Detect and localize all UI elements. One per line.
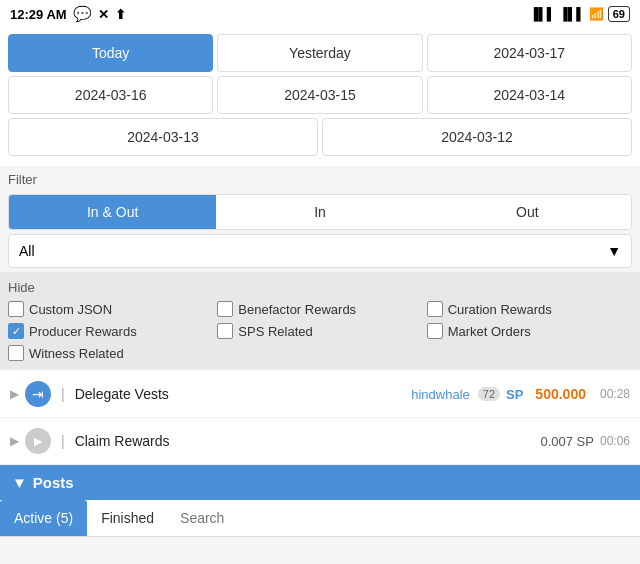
cb-market-orders[interactable]: [427, 323, 443, 339]
delegate-tx-badge: 72: [478, 387, 500, 401]
hide-section: Hide Custom JSON Benefactor Rewards Cura…: [0, 272, 640, 369]
date-0315-btn[interactable]: 2024-03-15: [217, 76, 422, 114]
date-row-2: 2024-03-16 2024-03-15 2024-03-14: [8, 76, 632, 114]
battery-indicator: 69: [608, 6, 630, 22]
posts-tab-finished[interactable]: Finished: [87, 500, 168, 536]
claim-tx-sp: 0.007 SP: [540, 434, 594, 449]
filter-tab-out[interactable]: Out: [424, 195, 631, 229]
delegate-tx-user[interactable]: hindwhale: [411, 387, 470, 402]
filter-tab-in[interactable]: In: [216, 195, 423, 229]
posts-section-header[interactable]: ▼ Posts: [0, 465, 640, 500]
status-time: 12:29 AM: [10, 7, 67, 22]
filter-tabs: In & Out In Out: [8, 194, 632, 230]
date-today-btn[interactable]: Today: [8, 34, 213, 72]
expand-delegate-icon[interactable]: ▶: [10, 387, 19, 401]
date-grid: Today Yesterday 2024-03-17 2024-03-16 20…: [0, 28, 640, 166]
status-icons: ▐▌▌ ▐▌▌ 📶 69: [530, 6, 630, 22]
claim-tx-icon: ▶: [25, 428, 51, 454]
hide-witness-related[interactable]: Witness Related: [8, 345, 213, 361]
cb-producer-rewards-label: Producer Rewards: [29, 324, 137, 339]
cb-benefactor-rewards[interactable]: [217, 301, 233, 317]
posts-search-input[interactable]: [168, 500, 640, 536]
status-time-group: 12:29 AM 💬 ✕ ⬆: [10, 5, 126, 23]
delegate-tx-icon: ⇥: [25, 381, 51, 407]
hide-sps-related[interactable]: SPS Related: [217, 323, 422, 339]
filter-tab-inout[interactable]: In & Out: [9, 195, 216, 229]
date-0316-btn[interactable]: 2024-03-16: [8, 76, 213, 114]
hide-market-orders[interactable]: Market Orders: [427, 323, 632, 339]
cb-curation-rewards[interactable]: [427, 301, 443, 317]
cb-sps-related-label: SPS Related: [238, 324, 312, 339]
date-0314-btn[interactable]: 2024-03-14: [427, 76, 632, 114]
date-0313-btn[interactable]: 2024-03-13: [8, 118, 318, 156]
messenger-icon: 💬: [73, 5, 92, 23]
cb-producer-rewards[interactable]: ✓: [8, 323, 24, 339]
transaction-list: ▶ ⇥ | Delegate Vests hindwhale 72 SP 500…: [0, 371, 640, 465]
delegate-tx-time: 00:28: [600, 387, 630, 401]
cb-sps-related[interactable]: [217, 323, 233, 339]
delegate-divider: |: [61, 386, 65, 402]
hide-producer-rewards[interactable]: ✓ Producer Rewards: [8, 323, 213, 339]
cb-market-orders-label: Market Orders: [448, 324, 531, 339]
hide-custom-json[interactable]: Custom JSON: [8, 301, 213, 317]
status-bar: 12:29 AM 💬 ✕ ⬆ ▐▌▌ ▐▌▌ 📶 69: [0, 0, 640, 28]
delegate-tx-tag: SP: [506, 387, 523, 402]
hide-curation-rewards[interactable]: Curation Rewards: [427, 301, 632, 317]
all-dropdown-value: All: [19, 243, 35, 259]
cb-witness-related-label: Witness Related: [29, 346, 124, 361]
hide-label: Hide: [8, 280, 632, 295]
signal2-icon: ▐▌▌: [559, 7, 585, 21]
tx-delegate-vests: ▶ ⇥ | Delegate Vests hindwhale 72 SP 500…: [0, 371, 640, 418]
delegate-tx-amount: 500.000: [535, 386, 586, 402]
signal-icon: ▐▌▌: [530, 7, 556, 21]
date-0317-btn[interactable]: 2024-03-17: [427, 34, 632, 72]
all-dropdown[interactable]: All ▼: [8, 234, 632, 268]
delegate-tx-name: Delegate Vests: [75, 386, 406, 402]
claim-tx-time: 00:06: [600, 434, 630, 448]
date-yesterday-btn[interactable]: Yesterday: [217, 34, 422, 72]
check-icon: ✓: [12, 326, 21, 337]
date-0312-btn[interactable]: 2024-03-12: [322, 118, 632, 156]
hide-benefactor-rewards[interactable]: Benefactor Rewards: [217, 301, 422, 317]
wifi-icon: 📶: [589, 7, 604, 21]
posts-chevron-down-icon: ▼: [12, 474, 27, 491]
cb-curation-rewards-label: Curation Rewards: [448, 302, 552, 317]
cb-custom-json-label: Custom JSON: [29, 302, 112, 317]
filter-label: Filter: [0, 166, 640, 190]
date-row-3: 2024-03-13 2024-03-12: [8, 118, 632, 156]
posts-header-label: Posts: [33, 474, 74, 491]
twitter-icon: ✕: [98, 7, 109, 22]
cb-benefactor-rewards-label: Benefactor Rewards: [238, 302, 356, 317]
upload-icon: ⬆: [115, 7, 126, 22]
expand-claim-icon[interactable]: ▶: [10, 434, 19, 448]
posts-tabs: Active (5) Finished: [0, 500, 640, 537]
date-row-1: Today Yesterday 2024-03-17: [8, 34, 632, 72]
tx-claim-rewards: ▶ ▶ | Claim Rewards 0.007 SP 00:06: [0, 418, 640, 465]
claim-divider: |: [61, 433, 65, 449]
chevron-down-icon: ▼: [607, 243, 621, 259]
cb-witness-related[interactable]: [8, 345, 24, 361]
claim-tx-name: Claim Rewards: [75, 433, 535, 449]
checkbox-grid: Custom JSON Benefactor Rewards Curation …: [8, 301, 632, 361]
posts-tab-active[interactable]: Active (5): [0, 500, 87, 536]
cb-custom-json[interactable]: [8, 301, 24, 317]
